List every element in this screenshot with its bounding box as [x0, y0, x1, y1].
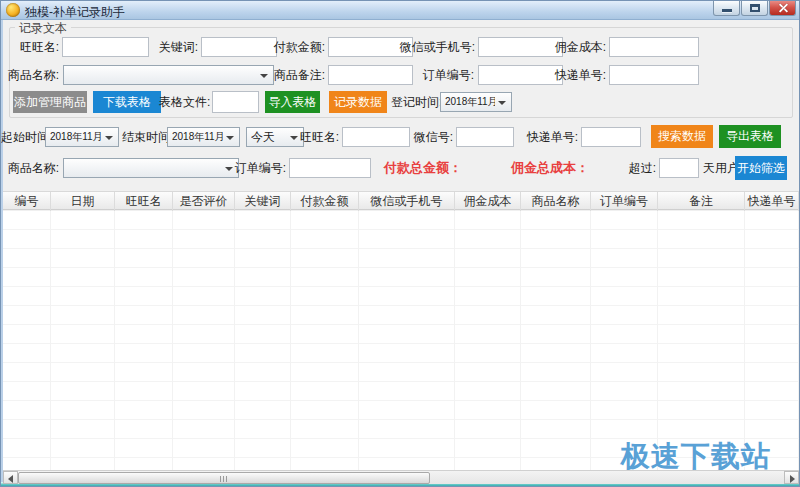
exceed-label: 超过: [624, 158, 656, 178]
record-data-button[interactable]: 记录数据 [329, 91, 387, 113]
app-icon [6, 3, 20, 17]
search-wechat-label: 微信号: [409, 127, 453, 147]
filter-product-label: 商品名称: [3, 158, 59, 178]
window-title: 独模-补单记录助手 [25, 4, 125, 21]
column-header[interactable]: 佣金成本 [455, 192, 521, 211]
filter-product-select[interactable] [63, 158, 239, 178]
arrow-left-icon [8, 475, 13, 483]
column-header[interactable]: 日期 [51, 192, 115, 211]
order-no-label: 订单编号: [408, 65, 474, 85]
commission-input[interactable] [609, 37, 699, 57]
scrollbar-thumb[interactable] [18, 472, 430, 484]
table-body[interactable] [3, 211, 799, 470]
export-table-button[interactable]: 导出表格 [719, 125, 781, 148]
column-header[interactable]: 快递单号 [745, 192, 799, 211]
wangwang-input[interactable] [62, 37, 149, 57]
close-button[interactable] [769, 1, 796, 16]
product-note-label: 商品备注: [259, 65, 325, 85]
column-header[interactable]: 商品名称 [521, 192, 591, 211]
horizontal-scrollbar[interactable] [3, 470, 799, 484]
record-groupbox-label: 记录文本 [15, 20, 71, 37]
title-bar[interactable]: 独模-补单记录助手 [1, 1, 800, 20]
table-header: 编号 日期 旺旺名 是否评价 关键词 付款金额 微信或手机号 佣金成本 商品名称… [3, 191, 799, 210]
filter-order-input[interactable] [289, 158, 371, 178]
app-window: 独模-补单记录助手 记录文本 旺旺名: 关键词: 付款金额: 微信或手机号: 佣… [0, 0, 800, 487]
column-header[interactable]: 编号 [3, 192, 51, 211]
product-name-select[interactable] [63, 65, 274, 85]
wangwang-label: 旺旺名: [7, 37, 59, 57]
search-tracking-label: 快递单号: [523, 127, 578, 147]
column-header[interactable]: 订单编号 [591, 192, 658, 211]
table-file-input[interactable] [212, 91, 259, 113]
arrow-right-icon [790, 475, 795, 483]
tracking-no-input[interactable] [609, 65, 699, 85]
total-payment-label: 付款总金额： [384, 158, 462, 178]
scrollbar-grip-icon [220, 476, 228, 482]
total-commission-label: 佣金总成本： [511, 158, 589, 178]
column-header[interactable]: 关键词 [235, 192, 291, 211]
maximize-icon [750, 4, 760, 12]
column-header[interactable]: 旺旺名 [115, 192, 173, 211]
search-wangwang-input[interactable] [342, 127, 410, 147]
search-tracking-input[interactable] [581, 127, 641, 147]
column-header[interactable]: 付款金额 [291, 192, 359, 211]
filter-order-label: 订单编号: [220, 158, 286, 178]
quick-range-select[interactable]: 今天 [246, 127, 304, 147]
wechat-or-phone-label: 微信或手机号: [384, 37, 475, 57]
download-table-button[interactable]: 下载表格 [93, 91, 161, 113]
chevron-down-icon [105, 136, 113, 140]
product-name-label: 商品名称: [5, 65, 59, 85]
search-wechat-input[interactable] [456, 127, 514, 147]
register-time-label: 登记时间: [391, 92, 438, 112]
product-note-input[interactable] [328, 65, 413, 85]
payment-label: 付款金额: [259, 37, 325, 57]
start-filter-button[interactable]: 开始筛选 [735, 156, 787, 180]
end-time-label: 结束时间: [122, 127, 164, 147]
column-header[interactable]: 是否评价 [173, 192, 235, 211]
tracking-no-label: 快递单号: [540, 65, 606, 85]
scroll-left-button[interactable] [3, 471, 18, 484]
commission-label: 佣金成本: [540, 37, 606, 57]
end-time-select[interactable]: 2018年11月24日 [167, 127, 240, 147]
column-header[interactable]: 微信或手机号 [359, 192, 455, 211]
chevron-down-icon [226, 136, 234, 140]
chevron-down-icon [498, 101, 506, 105]
search-data-button[interactable]: 搜索数据 [651, 125, 713, 148]
minimize-icon [722, 9, 732, 12]
exceed-days-input[interactable] [659, 158, 699, 178]
import-table-button[interactable]: 导入表格 [265, 91, 320, 113]
column-header[interactable]: 备注 [658, 192, 745, 211]
keyword-label: 关键词: [146, 37, 198, 57]
minimize-button[interactable] [713, 1, 740, 16]
maximize-button[interactable] [741, 1, 768, 16]
search-wangwang-label: 旺旺名: [297, 127, 339, 147]
start-time-select[interactable]: 2018年11月24日 [45, 127, 119, 147]
register-time-select[interactable]: 2018年11月24日 [440, 92, 512, 112]
table-file-label: 表格文件: [159, 92, 209, 112]
add-manage-product-button[interactable]: 添加管理商品 [13, 91, 87, 113]
start-time-label: 起始时间: [1, 127, 43, 147]
scroll-right-button[interactable] [784, 471, 799, 484]
